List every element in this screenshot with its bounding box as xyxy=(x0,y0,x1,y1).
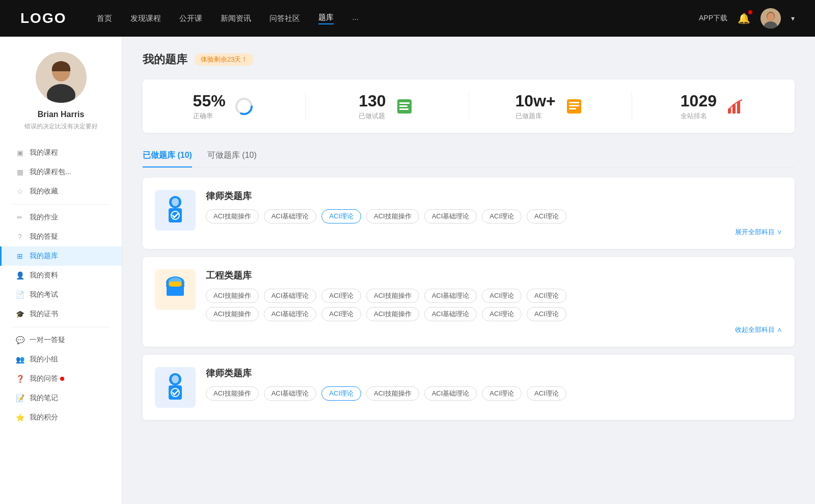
tag[interactable]: ACI理论 xyxy=(527,386,566,401)
tag[interactable]: ACI技能操作 xyxy=(366,209,419,223)
tag[interactable]: ACI技能操作 xyxy=(366,386,419,401)
menu-label: 我的收藏 xyxy=(30,187,58,196)
sidebar-item-course[interactable]: ▣ 我的课程 xyxy=(0,143,122,162)
menu-label: 我的题库 xyxy=(30,251,58,261)
tag[interactable]: ACI理论 xyxy=(482,307,522,321)
stat-done-label: 已做试题 xyxy=(359,111,386,121)
menu-label: 我的课程包... xyxy=(30,167,71,177)
sidebar-item-favorites[interactable]: ☆ 我的收藏 xyxy=(0,182,122,201)
question-icon: ? xyxy=(15,232,24,241)
stat-rank-label: 全站排名 xyxy=(681,111,717,121)
stat-total-value: 10w+ xyxy=(515,92,556,110)
tag[interactable]: ACI基础理论 xyxy=(264,386,317,401)
tag[interactable]: ACI技能操作 xyxy=(366,307,419,321)
category-card-engineer: 工程类题库 ACI技能操作 ACI基础理论 ACI理论 ACI技能操作 ACI基… xyxy=(143,257,795,347)
chat-icon: 💬 xyxy=(15,335,24,345)
sidebar-item-cert[interactable]: 🎓 我的证书 xyxy=(0,304,122,324)
tag[interactable]: ACI基础理论 xyxy=(424,307,477,321)
menu-label: 我的课程 xyxy=(30,148,58,157)
nav-opencourse[interactable]: 公开课 xyxy=(179,14,202,23)
doc-icon: 📄 xyxy=(15,290,24,299)
divider1 xyxy=(12,204,110,205)
tag[interactable]: ACI理论 xyxy=(321,289,361,303)
tag[interactable]: ACI基础理论 xyxy=(424,209,477,223)
nav-more[interactable]: ··· xyxy=(352,14,359,23)
stat-rank-value: 1029 xyxy=(681,92,717,110)
engineer-icon xyxy=(155,269,196,310)
sidebar-item-group[interactable]: 👥 我的小组 xyxy=(0,350,122,369)
nav-qa[interactable]: 问答社区 xyxy=(269,14,300,23)
nav-home[interactable]: 首页 xyxy=(97,14,112,23)
tag[interactable]: ACI技能操作 xyxy=(206,386,259,401)
menu-label: 我的考试 xyxy=(30,290,58,299)
svg-rect-12 xyxy=(399,108,409,110)
book-icon xyxy=(563,95,585,118)
tag[interactable]: ACI理论 xyxy=(527,209,566,223)
svg-rect-17 xyxy=(728,108,731,114)
sidebar-item-profile[interactable]: 👤 我的资料 xyxy=(0,266,122,285)
svg-rect-11 xyxy=(399,105,408,107)
tag[interactable]: ACI理论 xyxy=(482,386,522,401)
sidebar-item-homework[interactable]: ✏ 我的作业 xyxy=(0,208,122,227)
menu-label: 我的小组 xyxy=(30,355,58,364)
tag[interactable]: ACI基础理论 xyxy=(264,289,317,303)
tag[interactable]: ACI技能操作 xyxy=(206,307,259,321)
nav-discover[interactable]: 发现课程 xyxy=(130,14,161,23)
tag[interactable]: ACI技能操作 xyxy=(206,209,259,223)
lawyer-icon2 xyxy=(155,367,196,408)
chart-icon: ▦ xyxy=(15,167,24,177)
tag[interactable]: ACI技能操作 xyxy=(366,289,419,303)
tag[interactable]: ACI理论 xyxy=(482,289,522,303)
page-title: 我的题库 xyxy=(143,52,187,67)
sidebar-item-tutor[interactable]: 💬 一对一答疑 xyxy=(0,330,122,350)
tag[interactable]: ACI理论 xyxy=(527,289,566,303)
pie-icon xyxy=(233,95,255,118)
tag[interactable]: ACI理论 xyxy=(321,307,361,321)
category-body-lawyer: 律师类题库 ACI技能操作 ACI基础理论 ACI理论 ACI技能操作 ACI基… xyxy=(206,190,782,237)
tag[interactable]: ACI基础理论 xyxy=(424,386,477,401)
menu-label: 一对一答疑 xyxy=(30,335,65,345)
tags-row-lawyer: ACI技能操作 ACI基础理论 ACI理论 ACI技能操作 ACI基础理论 AC… xyxy=(206,209,782,223)
sidebar-item-exam[interactable]: 📄 我的考试 xyxy=(0,285,122,304)
stat-total: 10w+ 已做题库 xyxy=(469,92,632,121)
sidebar-item-points[interactable]: ⭐ 我的积分 xyxy=(0,408,122,427)
tag[interactable]: ACI理论 xyxy=(527,307,566,321)
tag[interactable]: ACI基础理论 xyxy=(424,289,477,303)
group-icon: 👥 xyxy=(15,355,24,364)
avatar[interactable] xyxy=(760,8,781,29)
tag-active[interactable]: ACI理论 xyxy=(321,386,361,401)
sidebar: Brian Harris 错误的决定比没有决定要好 ▣ 我的课程 ▦ 我的课程包… xyxy=(0,37,122,504)
menu-label: 我的资料 xyxy=(30,271,58,280)
app-download-link[interactable]: APP下载 xyxy=(699,14,727,23)
score-icon: ⭐ xyxy=(15,413,24,422)
bar-icon xyxy=(724,95,746,118)
collapse-link-engineer[interactable]: 收起全部科目 ∧ xyxy=(206,325,782,334)
tag[interactable]: ACI理论 xyxy=(482,209,522,223)
nav-bank[interactable]: 题库 xyxy=(318,13,334,24)
category-card-lawyer: 律师类题库 ACI技能操作 ACI基础理论 ACI理论 ACI技能操作 ACI基… xyxy=(143,178,795,249)
nav-links: 首页 发现课程 公开课 新闻资讯 问答社区 题库 ··· xyxy=(97,13,699,24)
category-title-lawyer2: 律师类题库 xyxy=(206,367,782,379)
tags-row1-engineer: ACI技能操作 ACI基础理论 ACI理论 ACI技能操作 ACI基础理论 AC… xyxy=(206,289,782,303)
tag[interactable]: ACI基础理论 xyxy=(264,307,317,321)
sidebar-item-questions[interactable]: ❓ 我的问答 xyxy=(0,369,122,388)
dropdown-arrow[interactable]: ▾ xyxy=(791,14,795,22)
tab-done[interactable]: 已做题库 (10) xyxy=(143,145,192,167)
tags-row-lawyer2: ACI技能操作 ACI基础理论 ACI理论 ACI技能操作 ACI基础理论 AC… xyxy=(206,386,782,401)
tab-available[interactable]: 可做题库 (10) xyxy=(207,145,257,167)
tag-active[interactable]: ACI理论 xyxy=(321,209,361,223)
sidebar-item-notes[interactable]: 📝 我的笔记 xyxy=(0,388,122,408)
sidebar-item-bank[interactable]: ⊞ 我的题库 xyxy=(0,246,122,266)
divider2 xyxy=(12,327,110,327)
tag[interactable]: ACI基础理论 xyxy=(264,209,317,223)
bell-icon[interactable]: 🔔 xyxy=(738,12,750,24)
unread-dot xyxy=(60,377,64,381)
menu-label: 我的答疑 xyxy=(30,232,58,241)
logo: LOGO xyxy=(20,10,66,26)
sidebar-item-course-pack[interactable]: ▦ 我的课程包... xyxy=(0,162,122,182)
nav-news[interactable]: 新闻资讯 xyxy=(221,14,251,23)
expand-link-lawyer[interactable]: 展开全部科目 ∨ xyxy=(206,228,782,237)
menu-label: 我的证书 xyxy=(30,310,58,319)
tag[interactable]: ACI技能操作 xyxy=(206,289,259,303)
sidebar-item-qa[interactable]: ? 我的答疑 xyxy=(0,227,122,246)
